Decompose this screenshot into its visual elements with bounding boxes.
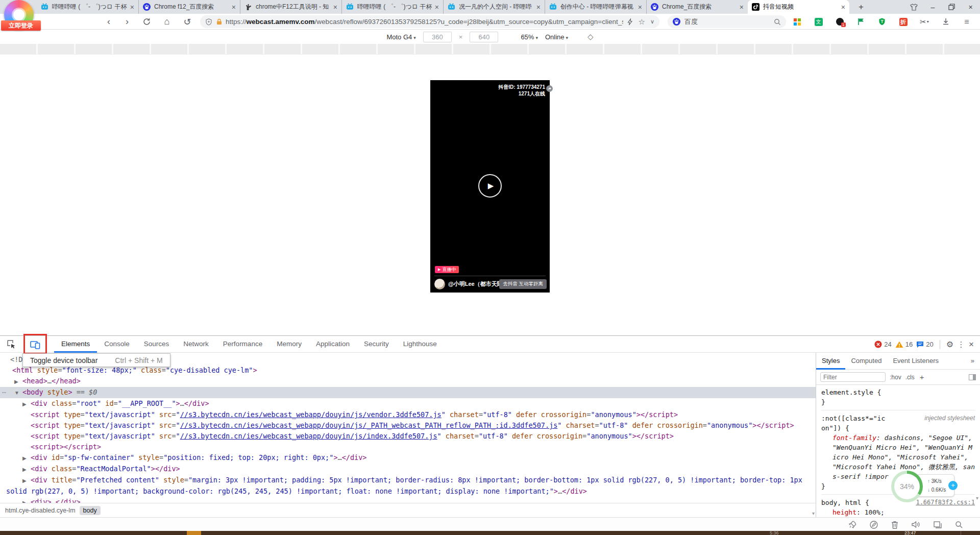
device-width-input[interactable]: 360: [423, 32, 452, 42]
elements-tree-node[interactable]: ▶<div>…</div>: [0, 497, 816, 503]
open-douyin-button[interactable]: 去抖音 互动零距离: [499, 279, 547, 289]
styles-sidebar-tab[interactable]: Event Listeners: [887, 353, 944, 370]
emulated-viewport[interactable]: 抖音ID: 1977734271 1271人在线 ▶ ▶直播中 @小明Lee（都…: [430, 80, 550, 293]
play-button[interactable]: ▶: [478, 174, 502, 198]
breadcrumb-body[interactable]: body: [80, 506, 101, 515]
devtools-menu-icon[interactable]: ⋮: [957, 340, 965, 349]
devtools-tab-memory[interactable]: Memory: [270, 336, 309, 353]
elements-tree-node[interactable]: <script type="text/javascript" src="//s3…: [0, 420, 816, 431]
toggle-device-toolbar-icon[interactable]: [30, 339, 40, 349]
shield-icon[interactable]: [205, 18, 212, 26]
tree-expand-icon[interactable]: ▶: [22, 497, 31, 503]
tab-close-icon[interactable]: ×: [232, 4, 236, 11]
browser-tab[interactable]: 哔哩哔哩 ( ゜- ゜)つロ 干杯~×: [37, 0, 138, 14]
add-task-button[interactable]: +: [948, 481, 958, 490]
elements-tree-node[interactable]: ▶<head>…</head>: [0, 376, 816, 387]
settings-gear-icon[interactable]: ⚙: [946, 339, 953, 349]
browser-tab[interactable]: 抖音短视频×: [748, 0, 849, 14]
browser-tab[interactable]: 创作中心 - 哔哩哔哩弹幕视×: [545, 0, 646, 14]
taskbar[interactable]: 5:36 23:47: [0, 531, 980, 535]
close-devtools-icon[interactable]: ×: [969, 339, 974, 350]
breadcrumb-html[interactable]: html.cye-disabled.cye-lm: [5, 507, 76, 514]
devtools-tab-console[interactable]: Console: [97, 336, 137, 353]
devtools-tab-network[interactable]: Network: [176, 336, 216, 353]
styles-sidebar-tab[interactable]: Computed: [845, 353, 887, 370]
home-icon[interactable]: ⌂: [159, 14, 175, 30]
flag-icon[interactable]: [856, 17, 866, 27]
tree-collapse-icon[interactable]: ▼: [14, 387, 22, 398]
tree-expand-icon[interactable]: ▶: [22, 399, 31, 409]
minimize-button[interactable]: –: [923, 3, 942, 11]
tab-close-icon[interactable]: ×: [435, 4, 439, 11]
coupon-icon[interactable]: 折: [898, 17, 909, 27]
browser-tab[interactable]: 哔哩哔哩 ( ゜- ゜)つロ 干杯~×: [341, 0, 443, 14]
elements-tree-node[interactable]: ▶<div class="ReactModalPortal"></div>: [0, 464, 816, 475]
new-style-rule-icon[interactable]: +: [920, 373, 924, 381]
browser-menu-icon[interactable]: ≡: [962, 17, 972, 27]
undo-icon[interactable]: ↺: [180, 14, 195, 30]
style-rule-line[interactable]: element.style {: [821, 387, 975, 397]
devtools-tab-performance[interactable]: Performance: [216, 336, 270, 353]
tab-close-icon[interactable]: ×: [638, 4, 642, 11]
rocket-icon[interactable]: [848, 521, 856, 529]
tab-close-icon[interactable]: ×: [740, 4, 744, 11]
devtools-tab-security[interactable]: Security: [357, 336, 396, 353]
lock-warning-icon[interactable]: [216, 18, 223, 25]
style-rule-line[interactable]: height: 100%;: [821, 507, 975, 517]
screenshot-scissors-icon[interactable]: ✂▾: [919, 17, 929, 27]
style-rule-line[interactable]: on"]) {: [821, 423, 975, 433]
ms-grid-icon[interactable]: [792, 17, 802, 27]
throttling-select[interactable]: Online▾: [545, 33, 568, 41]
tab-close-icon[interactable]: ×: [333, 4, 337, 11]
tab-close-icon[interactable]: ×: [841, 4, 845, 11]
translate-icon[interactable]: 文: [814, 17, 824, 27]
devtools-tab-sources[interactable]: Sources: [137, 336, 177, 353]
browser-tab[interactable]: chrome中F12工具说明 - 知×: [240, 0, 341, 14]
chevron-down-icon[interactable]: ∨: [650, 18, 654, 25]
browser-tab[interactable]: Chrome_百度搜索×: [646, 0, 748, 14]
elements-tree-node[interactable]: <script type="text/javascript" src="//s3…: [0, 409, 816, 420]
restore-button[interactable]: [942, 4, 961, 10]
scroll-down-icon[interactable]: ▾: [812, 510, 815, 516]
style-rule-line[interactable]: injected stylesheet:not([class*="ic: [821, 410, 975, 423]
bookmark-star-icon[interactable]: ☆: [638, 17, 645, 27]
tab-close-icon[interactable]: ×: [130, 4, 134, 11]
reload-icon[interactable]: [139, 14, 154, 30]
ime-search-icon[interactable]: [955, 521, 963, 528]
elements-tree-node[interactable]: <script></script>: [0, 442, 816, 452]
error-badge[interactable]: 24: [874, 341, 891, 348]
style-rule-line[interactable]: }: [821, 397, 975, 407]
tree-expand-icon[interactable]: ▶: [22, 475, 31, 486]
devtools-tab-application[interactable]: Application: [309, 336, 357, 353]
message-badge[interactable]: 20: [916, 341, 933, 348]
progress-ring[interactable]: 34%: [891, 471, 923, 502]
adblock-icon[interactable]: 1: [835, 17, 845, 27]
elements-tree-node[interactable]: ⋯▼<body style> == $0: [0, 387, 816, 398]
close-window-button[interactable]: ×: [961, 3, 980, 11]
security-shield-icon[interactable]: T: [877, 17, 887, 27]
tree-expand-icon[interactable]: ▶: [14, 376, 22, 387]
theme-icon[interactable]: [904, 4, 923, 11]
tree-expand-icon[interactable]: ▶: [22, 453, 31, 464]
share-icon[interactable]: [546, 85, 553, 92]
forward-icon[interactable]: ›: [119, 14, 135, 30]
rotate-icon[interactable]: ◇: [587, 32, 594, 41]
styles-sidebar-tab[interactable]: Styles: [816, 353, 845, 370]
back-icon[interactable]: ‹: [101, 14, 116, 30]
styles-scroll-down-icon[interactable]: ▾: [976, 495, 978, 501]
devtools-tab-elements[interactable]: Elements: [54, 336, 97, 353]
elements-tree-node[interactable]: <script type="text/javascript" src="//s3…: [0, 431, 816, 442]
browser-tab[interactable]: Chrome f12_百度搜索×: [138, 0, 240, 14]
lightning-icon[interactable]: [627, 18, 633, 26]
elements-tree-node[interactable]: ▶<div id="sp-fw-container" style="positi…: [0, 452, 816, 464]
window-layout-icon[interactable]: [934, 521, 942, 528]
new-tab-button[interactable]: +: [859, 2, 864, 12]
search-box[interactable]: 百度: [668, 15, 786, 28]
sidebar-layout-icon[interactable]: [969, 374, 976, 380]
trash-icon[interactable]: [891, 521, 898, 529]
login-now-button[interactable]: 立即登录: [1, 20, 41, 31]
edit-icon[interactable]: [870, 521, 878, 529]
styles-filter-input[interactable]: [820, 372, 886, 382]
tree-expand-icon[interactable]: ▶: [22, 464, 31, 475]
styles-sidebar-tab[interactable]: »: [965, 353, 980, 370]
